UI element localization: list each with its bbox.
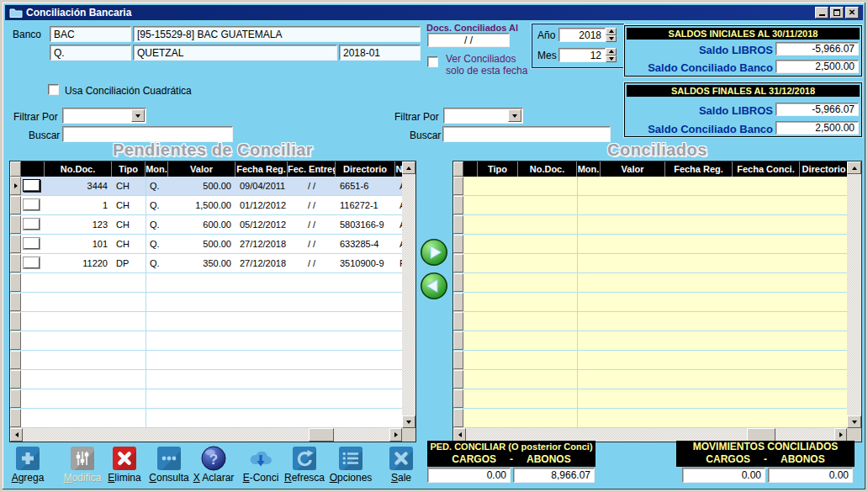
row-check-cell[interactable]	[21, 351, 45, 369]
cell[interactable]	[518, 273, 577, 292]
cell[interactable]	[800, 196, 849, 214]
table-row-empty[interactable]	[453, 273, 849, 293]
scroll-up-icon[interactable]	[402, 161, 415, 174]
table-row[interactable]: 3444CHQ.500.0009/04/2011/ /6651-6A	[10, 177, 404, 196]
horizontal-scrollbar[interactable]	[453, 428, 847, 442]
banco-code-field[interactable]	[50, 26, 131, 42]
table-row-empty[interactable]	[453, 215, 849, 235]
scroll-down-icon[interactable]	[402, 415, 415, 428]
cell[interactable]	[288, 351, 336, 369]
row-check-cell[interactable]	[21, 235, 45, 253]
row-selector[interactable]	[453, 215, 463, 234]
cell[interactable]	[665, 370, 733, 389]
row-check-cell[interactable]	[463, 293, 478, 311]
cell[interactable]: 500.00	[168, 177, 236, 195]
cell[interactable]	[665, 254, 733, 272]
grid-corner-cell[interactable]	[10, 161, 21, 177]
cell[interactable]	[601, 254, 665, 272]
cell[interactable]	[168, 293, 236, 311]
mes-spin-up[interactable]	[606, 48, 617, 56]
minimize-button[interactable]	[815, 7, 828, 19]
cell[interactable]	[800, 254, 849, 272]
table-row-empty[interactable]	[10, 389, 404, 409]
cell[interactable]	[800, 293, 849, 311]
cell[interactable]	[478, 389, 518, 408]
cell[interactable]	[336, 312, 395, 331]
maximize-button[interactable]	[830, 7, 844, 19]
row-selector[interactable]	[10, 312, 21, 331]
cell[interactable]	[168, 370, 236, 389]
column-header[interactable]: Tipo	[112, 161, 146, 177]
cell[interactable]: 5803166-9	[336, 215, 395, 234]
cell[interactable]: 6651-6	[336, 177, 395, 195]
cell[interactable]	[168, 273, 236, 292]
cell[interactable]	[665, 215, 733, 234]
chevron-down-icon[interactable]	[508, 109, 521, 122]
row-selector[interactable]	[10, 331, 21, 350]
chevron-down-icon[interactable]	[131, 109, 145, 122]
row-check-cell[interactable]	[21, 389, 45, 408]
cell[interactable]: Q.	[146, 177, 168, 195]
cell[interactable]	[236, 409, 288, 427]
vertical-scrollbar[interactable]	[847, 161, 861, 428]
row-selector[interactable]	[453, 254, 463, 272]
cell[interactable]	[577, 293, 601, 311]
cell[interactable]	[112, 273, 146, 292]
cell[interactable]	[146, 389, 168, 408]
row-selector[interactable]	[453, 293, 463, 311]
cell[interactable]: Q.	[146, 235, 168, 253]
table-row-empty[interactable]	[10, 331, 404, 351]
table-row-empty[interactable]	[10, 351, 404, 370]
table-row-empty[interactable]	[453, 177, 849, 196]
row-selector[interactable]	[10, 370, 21, 389]
row-selector[interactable]	[10, 235, 21, 253]
cell[interactable]	[601, 177, 665, 195]
cell[interactable]	[601, 215, 665, 234]
cell[interactable]	[288, 409, 336, 427]
cell[interactable]	[665, 196, 733, 214]
cell[interactable]	[478, 370, 518, 389]
cell[interactable]	[236, 351, 288, 369]
column-header-check[interactable]	[21, 161, 45, 177]
scroll-down-icon[interactable]	[847, 415, 861, 428]
saldo-conciliado-banco-final-value[interactable]	[775, 121, 859, 135]
opciones-button[interactable]: Opciones	[328, 446, 373, 484]
cell[interactable]	[665, 235, 733, 253]
cell[interactable]	[577, 409, 601, 427]
cell[interactable]	[336, 389, 395, 408]
cell[interactable]	[518, 389, 577, 408]
cell[interactable]: / /	[288, 177, 336, 195]
cell[interactable]: CH	[112, 177, 146, 195]
cell[interactable]	[800, 331, 849, 350]
table-row-empty[interactable]	[10, 293, 404, 312]
row-check-cell[interactable]	[463, 273, 478, 292]
row-selector[interactable]	[453, 273, 463, 292]
row-check-cell[interactable]	[21, 370, 45, 389]
row-check-cell[interactable]	[21, 273, 45, 292]
cell[interactable]	[800, 273, 849, 292]
row-check-cell[interactable]	[21, 196, 45, 214]
table-row[interactable]: 11220DPQ.350.0027/12/2018/ /3510900-9F	[10, 254, 404, 273]
cell[interactable]: 01/12/2012	[236, 196, 288, 214]
table-row-empty[interactable]	[453, 312, 849, 331]
row-check-cell[interactable]	[21, 215, 45, 234]
column-header[interactable]: Valor	[168, 161, 236, 177]
cell[interactable]: 1	[45, 196, 112, 214]
refresca-button[interactable]: Refresca	[282, 446, 327, 484]
cell[interactable]	[800, 370, 849, 389]
cell[interactable]	[665, 293, 733, 311]
column-header[interactable]: No.Doc.	[518, 161, 577, 177]
saldo-libros-final-value[interactable]	[775, 103, 859, 116]
cell[interactable]	[146, 273, 168, 292]
cell[interactable]	[733, 351, 800, 369]
cell[interactable]	[146, 409, 168, 427]
table-row-empty[interactable]	[453, 351, 849, 370]
cell[interactable]	[336, 351, 395, 369]
conciliados-grid[interactable]: TipoNo.Doc.Mon.ValorFecha Reg.Fecha Conc…	[453, 161, 862, 442]
row-check-cell[interactable]	[21, 177, 45, 195]
cell[interactable]	[112, 370, 146, 389]
row-selector[interactable]	[10, 254, 21, 272]
mov-abonos-value[interactable]	[768, 468, 853, 483]
close-button[interactable]: ✕	[845, 7, 859, 19]
cell[interactable]	[236, 370, 288, 389]
